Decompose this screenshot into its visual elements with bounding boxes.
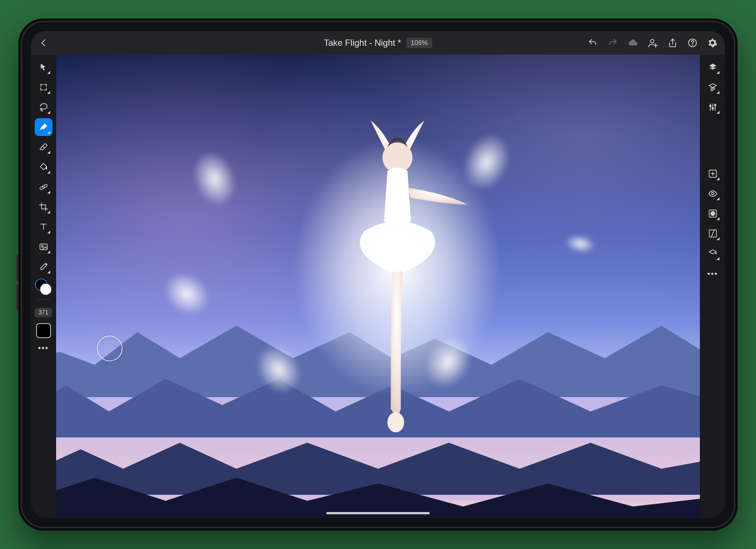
undo-button[interactable] (587, 37, 599, 49)
separator (36, 299, 51, 300)
invite-button[interactable] (647, 37, 659, 49)
more-actions-button[interactable]: ••• (707, 269, 718, 279)
adjustments-panel[interactable] (704, 98, 722, 116)
svg-point-17 (712, 108, 713, 109)
move-tool[interactable] (35, 58, 52, 76)
heal-tool[interactable] (35, 178, 52, 196)
device-button (16, 255, 18, 281)
document-canvas[interactable] (56, 55, 700, 518)
transform-tool[interactable] (35, 78, 52, 96)
artwork-dancer (314, 92, 481, 471)
svg-point-24 (711, 212, 715, 216)
clip-layer[interactable] (704, 225, 722, 242)
top-toolbar: Take Flight - Night * 106% (31, 31, 725, 55)
brush-tool[interactable] (35, 118, 52, 136)
crop-tool[interactable] (35, 198, 52, 216)
svg-point-12 (387, 412, 404, 432)
layers-panel[interactable] (704, 58, 722, 76)
right-toolbar: ••• (700, 55, 725, 518)
layer-properties-panel[interactable] (704, 78, 722, 96)
background-color-swatch[interactable] (40, 284, 51, 295)
svg-point-18 (714, 104, 716, 106)
device-button (16, 284, 18, 310)
settings-button[interactable] (707, 37, 718, 49)
mask-toggle[interactable] (704, 205, 722, 222)
lasso-tool[interactable] (35, 98, 52, 116)
add-layer[interactable] (704, 165, 722, 183)
share-button[interactable] (667, 37, 678, 49)
tablet-device-frame: Take Flight - Night * 106% (18, 18, 738, 531)
svg-point-10 (41, 246, 43, 247)
brush-cursor-indicator (97, 335, 123, 361)
app-screen: Take Flight - Night * 106% (31, 31, 725, 518)
visibility-toggle[interactable] (704, 185, 722, 202)
brush-color-swatch[interactable] (36, 323, 51, 338)
svg-point-22 (711, 192, 714, 195)
svg-point-0 (650, 40, 654, 43)
eyedropper-tool[interactable] (35, 258, 52, 276)
color-wells[interactable] (36, 279, 51, 295)
place-image-tool[interactable] (35, 238, 52, 256)
left-toolbar: 371••• (31, 55, 56, 518)
cloud-sync-icon[interactable] (627, 37, 639, 49)
redo-button[interactable] (607, 37, 619, 49)
svg-point-7 (42, 187, 43, 187)
zoom-level-chip[interactable]: 106% (406, 38, 432, 48)
fill-tool[interactable] (35, 158, 52, 176)
svg-point-4 (692, 45, 693, 45)
more-tools-button[interactable]: ••• (38, 343, 49, 353)
back-button[interactable] (38, 37, 49, 49)
help-button[interactable] (687, 37, 698, 49)
svg-rect-6 (39, 184, 47, 190)
eraser-tool[interactable] (35, 138, 52, 156)
document-title[interactable]: Take Flight - Night * (324, 38, 401, 48)
svg-point-8 (44, 187, 45, 187)
home-indicator[interactable] (326, 512, 430, 514)
svg-point-16 (709, 105, 711, 107)
brush-size-chip[interactable]: 371 (35, 308, 52, 317)
clear-layer[interactable] (704, 245, 722, 262)
type-tool[interactable] (35, 218, 52, 236)
